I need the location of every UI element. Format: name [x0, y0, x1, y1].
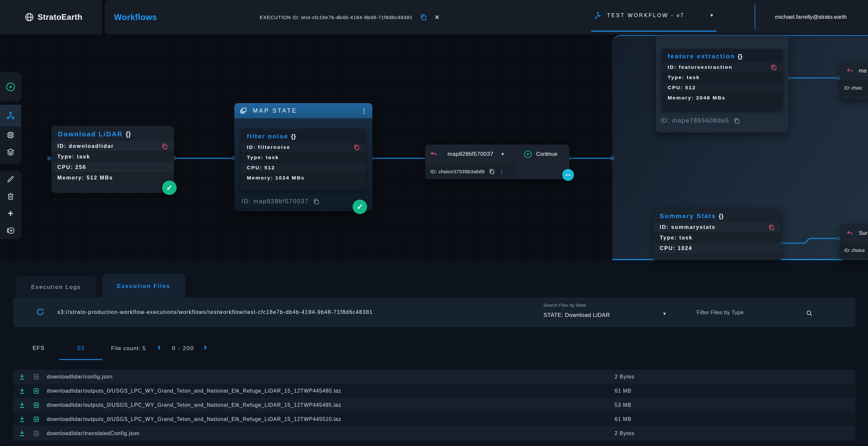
- node-feature-extraction[interactable]: feature extraction{} ID: featureextracti…: [662, 49, 783, 111]
- port: [610, 156, 614, 160]
- file-name: downloadlidar/config.json: [47, 374, 113, 380]
- topbar-divider: [755, 5, 755, 29]
- files-toolbar: s3://strato-production-workflow-executio…: [13, 297, 856, 327]
- copy-icon[interactable]: [353, 144, 360, 151]
- copy-icon[interactable]: [489, 168, 495, 174]
- node-rows: ID: summarystats Type: task CPU: 1024: [654, 222, 781, 253]
- sidebar-item-workflow[interactable]: [0, 105, 21, 126]
- sidebar-item-compute[interactable]: [0, 126, 21, 144]
- app-root: StratoEarth Workflows EXECUTION ID: test…: [0, 0, 868, 446]
- download-icon[interactable]: [19, 402, 26, 409]
- success-check-icon: ✓: [162, 181, 177, 195]
- file-name: downloadlidar/outputs_0/USGS_LPC_WY_Gran…: [47, 416, 341, 422]
- node-row-type: Type: task: [654, 232, 781, 243]
- workflow-canvas[interactable]: Download LiDAR{} ID: downloadlidar Type:…: [0, 34, 868, 260]
- refresh-icon[interactable]: [36, 307, 45, 317]
- choice-id-row: ID: choice: [840, 243, 868, 258]
- node-row-id: ID: featureextraction: [662, 62, 783, 72]
- sidebar-group-run: [0, 72, 21, 101]
- state-filter-label: Search Files by State: [544, 303, 586, 308]
- page-range: 0 - 200: [172, 345, 194, 352]
- node-feature-extraction-container[interactable]: feature extraction{} ID: featureextracti…: [656, 36, 788, 132]
- filter-files-input[interactable]: [696, 309, 805, 316]
- workflow-select[interactable]: TEST WORKFLOW - v7 ▼: [591, 0, 716, 32]
- feature-container-id: ID: mape7865608de5: [660, 117, 740, 124]
- sidebar-item-edit[interactable]: [0, 171, 21, 188]
- file-row[interactable]: downloadlidar/outputs_0/USGS_LPC_WY_Gran…: [13, 398, 856, 412]
- undo-icon: [846, 230, 854, 237]
- iteration-select-value[interactable]: map828bf570037: [447, 151, 493, 157]
- node-map-state[interactable]: MAP STATE ⋮ filter noise{} ID: filternoi…: [234, 103, 372, 211]
- file-row[interactable]: downloadlidar/outputs_0/USGS_LPC_WY_Gran…: [13, 412, 856, 426]
- copy-icon[interactable]: [161, 143, 168, 150]
- page-prev-button[interactable]: ‹: [157, 342, 161, 352]
- node-row-memory: Memory: 1024 MBs: [241, 172, 366, 183]
- copy-icon[interactable]: [768, 224, 775, 230]
- node-row-memory: Memory: 512 MBs: [52, 172, 174, 183]
- continue-button[interactable]: Continue: [524, 150, 557, 158]
- node-rows: ID: downloadlidar Type: task CPU: 256 Me…: [52, 141, 174, 183]
- edge-summary-to-choice: [779, 234, 843, 248]
- node-row-type: Type: task: [52, 151, 174, 162]
- sidebar-item-add-group[interactable]: [0, 222, 21, 239]
- search-icon[interactable]: [805, 309, 813, 317]
- chevron-down-icon[interactable]: ▼: [662, 311, 666, 316]
- file-row[interactable]: downloadlidar/outputs_0/USGS_LPC_WY_Gran…: [13, 384, 856, 398]
- node-row-type: Type: task: [241, 152, 366, 162]
- download-icon[interactable]: [19, 430, 26, 437]
- layers-icon: [6, 148, 15, 157]
- sidebar-item-delete[interactable]: [0, 188, 21, 205]
- copy-icon[interactable]: [313, 198, 320, 205]
- download-icon[interactable]: [19, 373, 26, 380]
- brand-name: StratoEarth: [37, 12, 82, 22]
- file-size: 61 MB: [615, 416, 631, 422]
- file-row[interactable]: downloadlidar/config.json 2 Bytes: [13, 370, 856, 384]
- chevron-down-icon[interactable]: ▼: [501, 152, 504, 156]
- file-size: 2 Bytes: [615, 374, 634, 380]
- map-stack-icon: [240, 107, 247, 115]
- map-state-title: MAP STATE: [253, 107, 355, 114]
- page-title: Workflows: [114, 0, 157, 34]
- kebab-icon[interactable]: ⋮: [361, 107, 367, 115]
- brand: StratoEarth: [24, 0, 82, 34]
- download-icon[interactable]: [19, 387, 26, 394]
- node-filter-noise[interactable]: filter noise{} ID: filternoise Type: tas…: [241, 129, 366, 190]
- edge-download-to-map: [175, 158, 234, 159]
- state-filter-select[interactable]: STATE: Download LiDAR: [544, 312, 610, 319]
- copy-icon[interactable]: [733, 117, 740, 124]
- file-row[interactable]: downloadlidar/translatedConfig.json 2 By…: [13, 426, 856, 440]
- tab-execution-files[interactable]: Execution Files: [102, 274, 185, 298]
- download-icon[interactable]: [19, 416, 26, 423]
- copy-icon[interactable]: [420, 13, 427, 21]
- workflow-graph-icon: [6, 111, 15, 120]
- node-title: Download LiDAR{}: [52, 126, 174, 141]
- node-choice-top-cut[interactable]: ma ID: choic: [840, 62, 868, 99]
- choice-id: ID: choic: [844, 85, 862, 91]
- kebab-icon[interactable]: ⋮: [499, 168, 504, 175]
- sidebar-item-layers[interactable]: [0, 144, 21, 161]
- iteration-row: map828bf570037 ▼ Continue: [425, 145, 569, 164]
- choice-id: ID: choice: [844, 248, 865, 253]
- file-name: downloadlidar/outputs_0/USGS_LPC_WY_Gran…: [47, 402, 341, 408]
- tab-execution-logs[interactable]: Execution Logs: [17, 276, 96, 298]
- top-bar: StratoEarth Workflows EXECUTION ID: test…: [0, 0, 868, 34]
- play-circle-icon: [6, 82, 16, 92]
- more-steps-badge[interactable]: •••: [562, 169, 574, 181]
- map-state-header[interactable]: MAP STATE ⋮: [234, 103, 372, 118]
- node-download-lidar[interactable]: Download LiDAR{} ID: downloadlidar Type:…: [52, 126, 174, 193]
- page-next-button[interactable]: ›: [204, 342, 207, 352]
- node-summary-stats[interactable]: Summary Stats{} ID: summarystats Type: t…: [654, 209, 781, 260]
- node-row-memory: Memory: 2048 MBs: [662, 93, 783, 103]
- tab-s3[interactable]: S3: [59, 338, 102, 358]
- port: [47, 156, 52, 160]
- choice-row: ma: [840, 62, 868, 80]
- sidebar-item-add[interactable]: +: [0, 205, 21, 222]
- sidebar-item-run[interactable]: [0, 72, 21, 101]
- copy-icon[interactable]: [771, 64, 777, 70]
- node-map-iteration[interactable]: map828bf570037 ▼ Continue ID: choice3753…: [425, 145, 569, 179]
- node-choice-bottom-cut[interactable]: Sur ID: choice: [840, 224, 868, 260]
- choice-label: Sur: [859, 230, 867, 236]
- tab-efs[interactable]: EFS: [17, 338, 60, 358]
- file-laz-icon: [33, 388, 39, 394]
- close-icon[interactable]: ✕: [434, 13, 440, 21]
